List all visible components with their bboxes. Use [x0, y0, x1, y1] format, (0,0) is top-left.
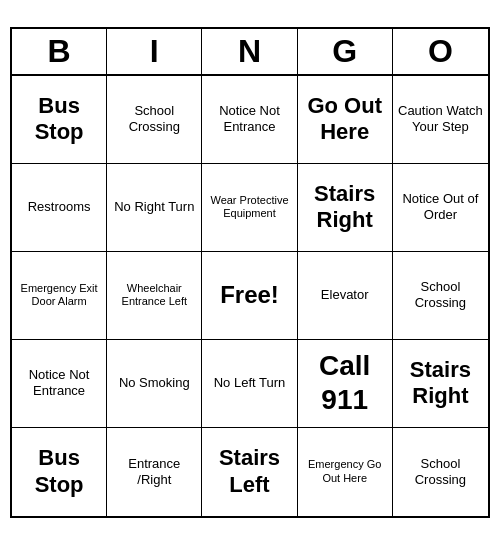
bingo-cell: No Smoking	[107, 340, 202, 428]
bingo-cell: Bus Stop	[12, 428, 107, 516]
cell-text: No Smoking	[119, 375, 190, 391]
cell-text: Entrance /Right	[111, 456, 197, 487]
bingo-cell: Stairs Right	[393, 340, 488, 428]
bingo-cell: No Left Turn	[202, 340, 297, 428]
bingo-cell: Notice Out of Order	[393, 164, 488, 252]
cell-text: Wheelchair Entrance Left	[111, 282, 197, 308]
bingo-cell: Wear Protective Equipment	[202, 164, 297, 252]
cell-text: Free!	[220, 281, 279, 310]
cell-text: No Right Turn	[114, 199, 194, 215]
header-letter: I	[107, 29, 202, 74]
cell-text: Notice Not Entrance	[16, 367, 102, 398]
cell-text: Caution Watch Your Step	[397, 103, 484, 134]
bingo-cell: Emergency Go Out Here	[298, 428, 393, 516]
bingo-card: BINGO Bus StopSchool CrossingNotice Not …	[10, 27, 490, 518]
bingo-cell: School Crossing	[393, 252, 488, 340]
cell-text: Notice Out of Order	[397, 191, 484, 222]
bingo-cell: Notice Not Entrance	[202, 76, 297, 164]
bingo-cell: Stairs Left	[202, 428, 297, 516]
cell-text: Stairs Right	[302, 181, 388, 234]
bingo-header: BINGO	[12, 29, 488, 76]
bingo-cell: Free!	[202, 252, 297, 340]
bingo-cell: Wheelchair Entrance Left	[107, 252, 202, 340]
cell-text: Call 911	[302, 349, 388, 416]
bingo-cell: Entrance /Right	[107, 428, 202, 516]
header-letter: O	[393, 29, 488, 74]
header-letter: G	[298, 29, 393, 74]
header-letter: N	[202, 29, 297, 74]
cell-text: Notice Not Entrance	[206, 103, 292, 134]
cell-text: School Crossing	[397, 279, 484, 310]
cell-text: Emergency Go Out Here	[302, 458, 388, 484]
cell-text: Elevator	[321, 287, 369, 303]
bingo-cell: No Right Turn	[107, 164, 202, 252]
cell-text: School Crossing	[111, 103, 197, 134]
bingo-cell: Notice Not Entrance	[12, 340, 107, 428]
cell-text: Stairs Right	[397, 357, 484, 410]
bingo-cell: Go Out Here	[298, 76, 393, 164]
cell-text: Emergency Exit Door Alarm	[16, 282, 102, 308]
bingo-grid: Bus StopSchool CrossingNotice Not Entran…	[12, 76, 488, 516]
cell-text: Bus Stop	[16, 93, 102, 146]
cell-text: School Crossing	[397, 456, 484, 487]
cell-text: Wear Protective Equipment	[206, 194, 292, 220]
bingo-cell: Restrooms	[12, 164, 107, 252]
bingo-cell: School Crossing	[107, 76, 202, 164]
bingo-cell: Call 911	[298, 340, 393, 428]
cell-text: Go Out Here	[302, 93, 388, 146]
bingo-cell: Caution Watch Your Step	[393, 76, 488, 164]
cell-text: Restrooms	[28, 199, 91, 215]
bingo-cell: School Crossing	[393, 428, 488, 516]
bingo-cell: Bus Stop	[12, 76, 107, 164]
cell-text: No Left Turn	[214, 375, 286, 391]
bingo-cell: Stairs Right	[298, 164, 393, 252]
bingo-cell: Elevator	[298, 252, 393, 340]
bingo-cell: Emergency Exit Door Alarm	[12, 252, 107, 340]
header-letter: B	[12, 29, 107, 74]
cell-text: Bus Stop	[16, 445, 102, 498]
cell-text: Stairs Left	[206, 445, 292, 498]
